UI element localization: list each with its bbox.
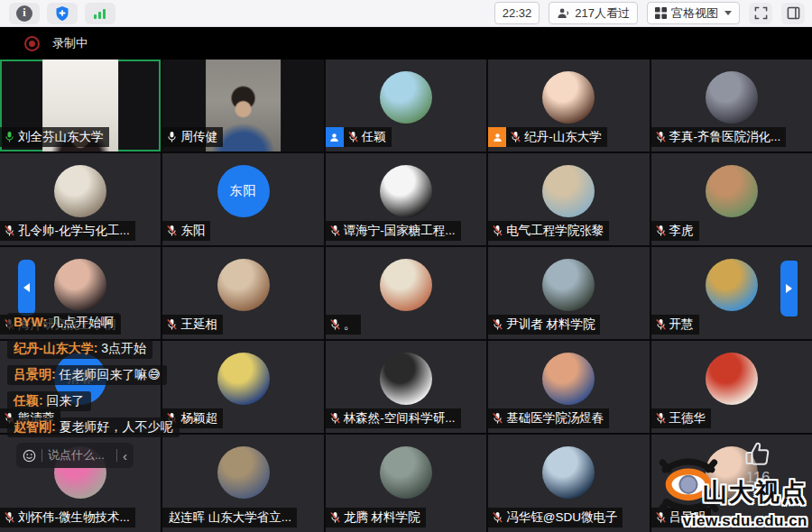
mic-muted-icon: [329, 511, 341, 524]
chat-message: BYW: 几点开始啊: [7, 313, 120, 333]
chat-text: 夏老师好，人不少呢: [60, 419, 173, 434]
name-label-box: 王德华: [651, 408, 712, 428]
info-button[interactable]: i: [9, 3, 40, 24]
mic-muted-icon: [655, 412, 667, 425]
name-label: 王德华: [651, 408, 712, 428]
participant-tile[interactable]: 东阳东阳: [162, 153, 323, 245]
name-label-box: 李虎: [651, 221, 699, 241]
name-label: 纪丹-山东大学: [488, 127, 607, 147]
mic-muted-icon: [510, 131, 521, 143]
mic-muted-icon: [166, 225, 178, 237]
name-label: 尹训者 材料学院: [488, 315, 600, 335]
participant-name: 李虎: [669, 223, 694, 239]
participant-tile[interactable]: 李真-齐鲁医院消化...: [651, 60, 812, 151]
chat-text: 回来了: [47, 393, 85, 408]
participant-tile[interactable]: 纪丹-山东大学: [488, 60, 649, 151]
participant-tile[interactable]: 李虎: [651, 153, 812, 245]
avatar: [217, 446, 270, 499]
participant-name: 王德华: [669, 410, 706, 427]
participant-tile[interactable]: 周传健: [162, 60, 323, 151]
participant-tile[interactable]: 尹训者 材料学院: [488, 247, 649, 339]
view-mode-dropdown[interactable]: 宫格视图: [647, 2, 740, 24]
mic-muted-icon: [655, 318, 667, 331]
name-label-box: 龙腾 材料学院: [326, 508, 426, 527]
participant-tile[interactable]: 龙腾 材料学院: [326, 435, 486, 532]
participant-tile[interactable]: 刘全芬山东大学: [0, 60, 161, 151]
security-shield-icon: [54, 5, 70, 22]
chat-sender: BYW:: [14, 315, 51, 329]
fullscreen-button[interactable]: [749, 3, 772, 24]
security-button[interactable]: [47, 3, 78, 24]
like-count: 116: [745, 469, 770, 487]
participant-tile[interactable]: 。: [326, 247, 486, 339]
name-label: 刘全芬山东大学: [0, 127, 109, 147]
participant-tile[interactable]: 王延相: [162, 247, 323, 339]
participant-name: 赵连晖 山东大学省立...: [168, 509, 291, 526]
participant-tile[interactable]: 冯华钰@SDU微电子: [488, 435, 649, 532]
mic-muted-icon: [329, 225, 341, 237]
avatar: [380, 71, 432, 124]
top-bar: i 22:32 217人看过: [0, 0, 812, 27]
participant-name: 周传健: [180, 129, 217, 145]
divider: [42, 449, 42, 462]
name-label: 。: [326, 315, 362, 335]
name-label-box: 吕景明: [651, 508, 712, 527]
participant-tile[interactable]: 杨颖超: [162, 341, 323, 433]
name-label-box: 林森然-空间科学研...: [326, 408, 461, 428]
avatar: [706, 353, 758, 405]
participant-name: 王延相: [180, 316, 217, 333]
emoji-icon[interactable]: [23, 449, 36, 463]
mic-muted-icon: [4, 511, 15, 524]
next-page-button[interactable]: [780, 261, 798, 316]
side-panel-icon: [787, 6, 800, 20]
avatar: [54, 165, 106, 217]
avatar: [706, 165, 758, 217]
participant-tile[interactable]: 林森然-空间科学研...: [326, 341, 486, 433]
thumbs-up-icon[interactable]: [743, 441, 772, 468]
mic-muted-icon: [492, 412, 503, 425]
top-left-icons: i: [0, 3, 115, 24]
participant-tile[interactable]: 谭海宁-国家糖工程...: [326, 153, 486, 245]
avatar: [706, 71, 758, 124]
participant-tile[interactable]: 赵连晖 山东大学省立...: [162, 435, 323, 532]
avatar: [380, 353, 432, 405]
role-badge-icon: [326, 127, 344, 147]
recording-bar: 录制中: [0, 27, 812, 60]
participant-tile[interactable]: 任颖: [326, 60, 486, 151]
avatar: [217, 353, 270, 405]
viewers-button[interactable]: 217人看过: [549, 2, 638, 24]
participant-tile[interactable]: 基础医学院汤煜春: [488, 341, 649, 433]
name-label-box: 谭海宁-国家糖工程...: [326, 221, 461, 241]
chat-text-input[interactable]: 说点什么...: [48, 447, 111, 463]
mic-muted-icon: [492, 225, 503, 237]
prev-page-button[interactable]: [18, 260, 35, 316]
name-label-box: 纪丹-山东大学: [506, 127, 607, 147]
chevron-down-icon: [724, 11, 732, 15]
avatar: 东阳: [217, 165, 270, 217]
name-label-box: 。: [326, 315, 362, 335]
network-button[interactable]: [85, 3, 115, 24]
participant-tile[interactable]: 王德华: [651, 341, 812, 433]
chat-sender: 任颖:: [14, 393, 47, 408]
meeting-timer: 22:32: [494, 2, 540, 24]
name-label-box: 基础医学院汤煜春: [488, 408, 609, 428]
fullscreen-icon: [754, 6, 768, 20]
chat-input-bar[interactable]: 说点什么... ‹: [16, 443, 134, 468]
participant-tile[interactable]: 吕景明: [651, 435, 812, 532]
avatar: [706, 259, 758, 311]
chevron-right-icon: [786, 284, 792, 293]
side-panel-button[interactable]: [781, 3, 805, 24]
chat-sender: 吕景明:: [14, 367, 60, 381]
avatar: [542, 165, 595, 217]
like-widget[interactable]: 116: [743, 441, 772, 487]
collapse-chat-button[interactable]: ‹: [123, 449, 127, 463]
name-label-box: 冯华钰@SDU微电子: [488, 508, 623, 527]
name-label: 吕景明: [651, 508, 712, 527]
name-label: 开慧: [651, 315, 699, 335]
avatar: [542, 353, 595, 405]
name-label: 电气工程学院张黎: [488, 221, 609, 241]
participant-tile[interactable]: 孔令帅-化学与化工...: [0, 153, 161, 245]
name-label-box: 赵连晖 山东大学省立...: [162, 508, 297, 527]
participant-tile[interactable]: 电气工程学院张黎: [488, 153, 649, 245]
name-label-box: 李真-齐鲁医院消化...: [651, 127, 787, 147]
